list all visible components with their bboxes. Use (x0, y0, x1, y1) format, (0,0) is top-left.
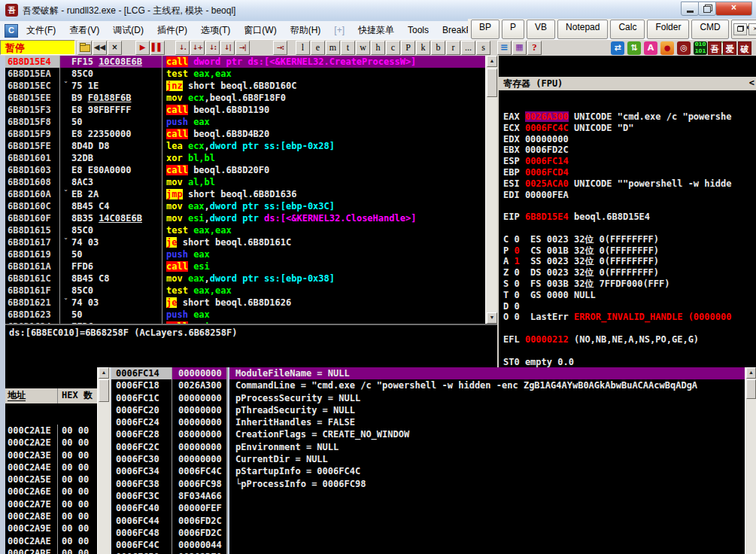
letter-button-m[interactable]: m (326, 41, 340, 55)
disasm-row[interactable]: 6B8D15E4FF15 10C08E6Bcall dword ptr ds:[… (5, 56, 485, 68)
brand-button[interactable]: 破 (738, 41, 751, 55)
dump-row[interactable]: 000C2AAE00 00 (5, 535, 97, 547)
close-button[interactable]: × (715, 2, 752, 16)
disasm-row[interactable]: 6B8D160C8B45 C4mov eax,dword ptr ss:[ebp… (5, 200, 485, 212)
register-row[interactable] (499, 200, 756, 212)
disasm-row[interactable]: 6B8D160AˇEB 2Ajmp short beoql.6B8D1636 (5, 188, 485, 200)
dump-row[interactable]: 000C2A9E00 00 (5, 522, 97, 534)
scroll-up-icon[interactable]: ▲ (487, 56, 497, 67)
disasm-row[interactable]: 6B8D162350push eax (5, 309, 485, 321)
disasm-row[interactable]: 6B8D15EEB9 F0188F6Bmov ecx,beoql.6B8F18F… (5, 92, 485, 104)
log-icon[interactable]: ≡ (497, 41, 512, 55)
disasm-row[interactable]: 6B8D160132DBxor bl,bl (5, 152, 485, 164)
disasm-row[interactable]: 6B8D15F9E8 22350000call beoql.6B8D4B20 (5, 128, 485, 140)
restore-button[interactable] (698, 2, 716, 16)
dump-row[interactable]: 000C2A8E00 00 (5, 510, 97, 522)
mdi-child-icon[interactable]: C (5, 24, 18, 38)
stack-row[interactable]: 0006FC180026A300 (111, 379, 226, 391)
register-row[interactable]: EDI 00000FEA (499, 190, 756, 201)
help-icon[interactable]: ? (527, 41, 542, 55)
quick-button-notepad[interactable]: Notepad (557, 20, 608, 39)
quick-button-calc[interactable]: Calc (610, 20, 645, 39)
brand-button[interactable]: 爱 (723, 41, 736, 55)
quick-button-p[interactable]: P (502, 20, 524, 39)
stack-row[interactable]: 0006FC2000000000 (111, 404, 226, 416)
menu-item-f[interactable]: 文件(F) (20, 22, 62, 39)
scroll-thumb[interactable] (487, 68, 497, 97)
pause-icon[interactable]: ▌▌ (150, 41, 165, 55)
run-to-return-icon[interactable]: →| (235, 41, 250, 55)
menu-item-h[interactable]: 帮助(H) (284, 22, 328, 39)
dump-row[interactable]: 000C2A1E00 00 (5, 425, 97, 437)
disasm-row[interactable]: 6B8D15EA85C0test eax,eax (5, 68, 485, 80)
scroll-thumb[interactable] (746, 379, 756, 399)
stack-arg-row[interactable]: pEnvironment = NULL (229, 441, 745, 453)
menu-item-p[interactable]: 插件(P) (150, 22, 194, 39)
stack-row[interactable]: 0006FC1400000000 (111, 367, 226, 379)
register-row[interactable]: A 1 SS 0023 32位 0(FFFFFFFF) (499, 256, 756, 267)
mdi-restore-button[interactable] (733, 23, 747, 35)
menu-item-w[interactable]: 窗口(W) (237, 22, 283, 39)
open-file-icon[interactable] (77, 41, 92, 55)
collapse-registers-button[interactable]: < (749, 78, 754, 90)
letter-button-k[interactable]: k (416, 41, 430, 55)
disasm-row[interactable]: 6B8D161950push eax (5, 248, 485, 260)
stack-arg-row[interactable]: pThreadSecurity = NULL (229, 404, 745, 416)
register-row[interactable] (499, 345, 756, 357)
register-row[interactable]: EBP 0006FCD4 (499, 167, 756, 178)
stack-row[interactable]: 0006FC2808000000 (111, 428, 226, 440)
disassembly-pane[interactable]: 6B8D15E4FF15 10C08E6Bcall dword ptr ds:[… (5, 56, 485, 324)
register-row[interactable]: D 0 (499, 301, 756, 312)
letter-button-l[interactable]: l (296, 41, 310, 55)
dump-row[interactable]: 000C2A5E00 00 (5, 473, 97, 486)
letter-button-w[interactable]: w (356, 41, 370, 55)
register-row[interactable]: ECX 0006FC4C UNICODE "D" (499, 123, 756, 134)
stack-row[interactable]: 0006FC3000000000 (111, 453, 226, 465)
stack-arg-row[interactable]: pProcessSecurity = NULL (229, 392, 745, 404)
stack-row[interactable]: 0006FC1C00000000 (111, 392, 226, 404)
disasm-row[interactable]: 6B8D1621ˇ74 03je short beoql.6B8D1626 (5, 297, 485, 309)
disasm-row[interactable]: 6B8D16088AC3mov al,bl (5, 176, 485, 188)
dump-row[interactable]: 000C2A2E00 00 (5, 437, 97, 449)
scroll-down-icon[interactable]: ▼ (487, 312, 497, 324)
memory-dump-pane[interactable]: 地址 HEX 数 000C2A1E00 00000C2A2E00 00000C2… (5, 367, 97, 554)
register-row[interactable]: ST0 empty 0.0 (499, 357, 756, 367)
letter-button-e[interactable]: e (311, 41, 325, 55)
menu-item-v[interactable]: 查看(V) (62, 22, 106, 39)
letter-button-r[interactable]: r (446, 41, 460, 55)
register-row[interactable] (499, 323, 756, 334)
stack-arg-row[interactable]: CommandLine = "cmd.exe /c "powershell -w… (229, 379, 745, 391)
dump-row[interactable]: 000C2A3E00 00 (5, 449, 97, 461)
register-row[interactable]: S 0 FS 003B 32位 7FFDF000(FFF) (499, 279, 756, 290)
stack-row[interactable]: 0006FC380006FC98 (111, 478, 226, 490)
stack-arg-row[interactable]: InheritHandles = FALSE (229, 416, 745, 428)
menu-item-t[interactable]: 选项(T) (194, 22, 237, 39)
dump-col-address[interactable]: 地址 (5, 388, 58, 403)
register-row[interactable] (499, 223, 756, 234)
updown-icon[interactable]: ⇅ (627, 41, 641, 55)
disasm-row[interactable]: 6B8D1603E8 E80A0000call beoql.6B8D20F0 (5, 164, 485, 176)
register-row[interactable]: T 0 GS 0000 NULL (499, 290, 756, 301)
registers-pane[interactable]: 寄存器 (FPU) < EAX 0026A300 UNICODE "cmd.ex… (497, 56, 756, 367)
stack-arg-row[interactable]: pStartupInfo = 0006FC4C (229, 465, 745, 477)
menu-item-[interactable]: 快捷菜单 (351, 22, 401, 39)
register-row[interactable]: P 0 CS 001B 32位 0(FFFFFFFF) (499, 245, 756, 257)
binary-icon[interactable]: 010 101 (694, 41, 707, 55)
disasm-row[interactable]: 6B8D15ECˇ75 1Ejnz short beoql.6B8D160C (5, 80, 485, 92)
dump-col-hex[interactable]: HEX 数 (58, 388, 93, 403)
stack-row[interactable]: 0006FC4C00000044 (111, 539, 226, 551)
scroll-up-icon[interactable]: ▲ (99, 367, 109, 379)
register-row[interactable]: O 0 LastErr ERROR_INVALID_HANDLE (000000… (499, 312, 756, 323)
patches-icon[interactable]: ▦ (512, 41, 527, 55)
letter-button-P[interactable]: P (401, 41, 415, 55)
disasm-row[interactable]: 6B8D15F3E8 98FBFFFFcall beoql.6B8D1190 (5, 104, 485, 116)
register-row[interactable]: EDX 00000000 (499, 134, 756, 145)
stack-row[interactable]: 0006FC5000202DF0 (111, 551, 226, 554)
register-row[interactable]: EIP 6B8D15E4 beoql.6B8D15E4 (499, 212, 756, 223)
stack-pane[interactable]: 0006FC14000000000006FC180026A3000006FC1C… (111, 367, 228, 554)
scroll-thumb[interactable] (99, 379, 109, 402)
stack-row[interactable]: 0006FC2C00000000 (111, 441, 226, 453)
quick-button-vb[interactable]: VB (527, 20, 555, 39)
stack-arg-row[interactable]: CreationFlags = CREATE_NO_WINDOW (229, 428, 745, 440)
stack-row[interactable]: 0006FC340006FC4C (111, 465, 226, 477)
